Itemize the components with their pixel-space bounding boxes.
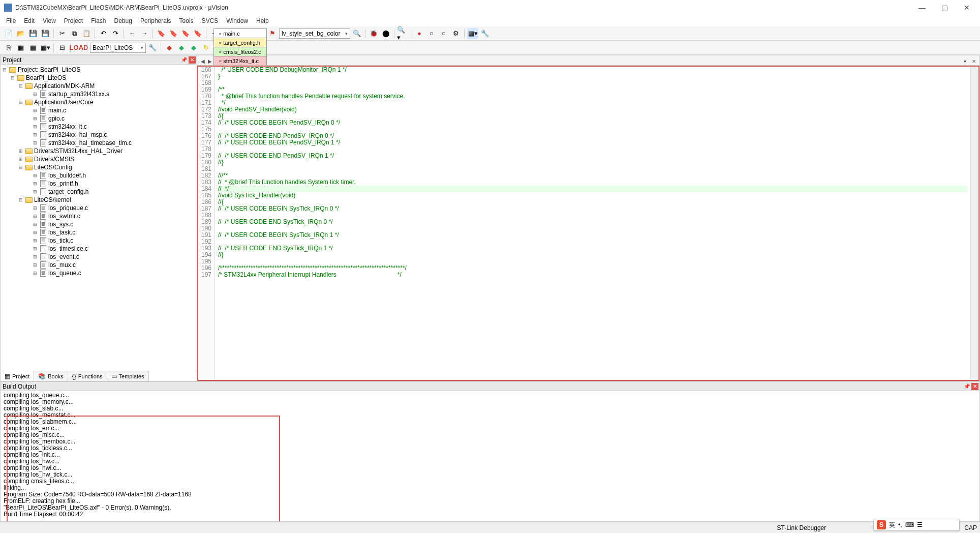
save-icon[interactable]: 💾 xyxy=(27,28,39,39)
group-node[interactable]: ⊟LiteOS/kernel xyxy=(2,196,196,204)
stop-icon[interactable]: ○ xyxy=(426,28,437,39)
bookmark-icon[interactable]: 🔖 xyxy=(156,28,167,39)
file-node[interactable]: ⊞target_config.h xyxy=(2,188,196,196)
file-node[interactable]: ⊞los_task.c xyxy=(2,228,196,236)
file-node[interactable]: ⊞stm32l4xx_it.c xyxy=(2,123,196,131)
target-select[interactable]: BearPi_LiteOS xyxy=(90,43,146,53)
pack-icon[interactable]: ↻ xyxy=(200,42,211,53)
config-icon[interactable]: 🔧 xyxy=(479,28,491,39)
file-node[interactable]: ⊞los_printf.h xyxy=(2,180,196,188)
code-editor[interactable]: 1661671681691701711721731741751761771781… xyxy=(197,66,979,381)
group-node[interactable]: ⊟LiteOS/Config xyxy=(2,163,196,171)
copy-icon[interactable]: ⧉ xyxy=(69,28,80,39)
menu-window[interactable]: Window xyxy=(222,16,252,25)
file-node[interactable]: ⊞los_builddef.h xyxy=(2,171,196,180)
file-node[interactable]: ⊞los_priqueue.c xyxy=(2,204,196,212)
editor-tab[interactable]: ▫stm32l4xx_it.c xyxy=(213,56,267,65)
paste-icon[interactable]: 📋 xyxy=(81,28,92,39)
pane-tab-books[interactable]: 📚Books xyxy=(34,371,68,381)
pane-close-icon[interactable]: ✕ xyxy=(189,56,196,64)
code-text[interactable]: /* USER CODE END DebugMonitor_IRQn 1 */}… xyxy=(215,67,970,380)
analyze-icon[interactable]: ⚙ xyxy=(450,28,462,39)
options-icon[interactable]: 🔧 xyxy=(147,42,158,53)
close-button[interactable]: ✕ xyxy=(958,2,976,14)
build-output-text[interactable]: compiling los_queue.c...compiling los_me… xyxy=(1,391,979,521)
bookmark-prev-icon[interactable]: 🔖 xyxy=(168,28,179,39)
tab-nav-right-icon[interactable]: ▶ xyxy=(206,57,213,65)
step-icon[interactable]: ○ xyxy=(438,28,449,39)
menu-project[interactable]: Project xyxy=(60,16,87,25)
editor-tab[interactable]: ▫main.c xyxy=(213,28,267,38)
new-icon[interactable]: 📄 xyxy=(3,28,14,39)
record-icon[interactable]: ● xyxy=(414,28,425,39)
tab-close-icon[interactable]: ✕ xyxy=(970,57,977,65)
maximize-button[interactable]: ▢ xyxy=(935,2,954,14)
file-node[interactable]: ⊞los_swtmr.c xyxy=(2,212,196,220)
manage-rte-icon[interactable]: ◆ xyxy=(188,42,199,53)
target-node[interactable]: ⊟BearPi_LiteOS xyxy=(2,74,196,82)
menu-view[interactable]: View xyxy=(39,16,60,25)
batch-build-icon[interactable]: ▦▾ xyxy=(40,42,51,53)
group-node[interactable]: ⊞Drivers/CMSIS xyxy=(2,155,196,163)
redo-icon[interactable]: ↷ xyxy=(110,28,121,39)
ime-lang[interactable]: 英 xyxy=(889,521,895,529)
undo-icon[interactable]: ↶ xyxy=(98,28,109,39)
file-node[interactable]: ⊞los_queue.c xyxy=(2,269,196,277)
pane-tab-project[interactable]: ▦Project xyxy=(1,371,34,381)
zoom-icon[interactable]: 🔍▾ xyxy=(397,28,408,39)
file-node[interactable]: ⊞los_tick.c xyxy=(2,236,196,245)
ime-menu-icon[interactable]: ☰ xyxy=(917,521,923,528)
bookmark-next-icon[interactable]: 🔖 xyxy=(180,28,191,39)
stop-build-icon[interactable]: ⊟ xyxy=(56,42,68,53)
editor-scrollbar[interactable] xyxy=(970,67,978,380)
nav-back-icon[interactable]: ← xyxy=(127,28,138,39)
build-icon[interactable]: ▦ xyxy=(15,42,26,53)
debug-icon[interactable]: 🐞 xyxy=(368,28,379,39)
nav-fwd-icon[interactable]: → xyxy=(139,28,150,39)
file-node[interactable]: ⊞gpio.c xyxy=(2,114,196,123)
editor-tab[interactable]: ▫cmsis_liteos2.c xyxy=(213,47,267,56)
menu-svcs[interactable]: SVCS xyxy=(198,16,223,25)
find-next-icon[interactable]: 🔍 xyxy=(351,28,362,39)
group-node[interactable]: ⊞Drivers/STM32L4xx_HAL_Driver xyxy=(2,147,196,155)
menu-edit[interactable]: Edit xyxy=(20,16,39,25)
menu-flash[interactable]: Flash xyxy=(87,16,110,25)
ime-toolbar[interactable]: S 英 •, ⌨ ☰ xyxy=(873,519,960,531)
pane-tab-templates[interactable]: ▭Templates xyxy=(107,371,149,381)
pin-icon[interactable]: 📌 xyxy=(963,383,970,390)
file-node[interactable]: ⊞stm32l4xx_hal_msp.c xyxy=(2,131,196,139)
translate-icon[interactable]: ⎘ xyxy=(3,42,14,53)
group-node[interactable]: ⊟Application/User/Core xyxy=(2,98,196,106)
breakpoint-icon[interactable]: ⬤ xyxy=(380,28,391,39)
find-input[interactable]: lv_style_set_bg_color xyxy=(279,28,350,39)
pane-close-icon[interactable]: ✕ xyxy=(971,383,978,390)
file-node[interactable]: ⊞main.c xyxy=(2,106,196,114)
pane-tab-functions[interactable]: {}Functions xyxy=(68,371,107,381)
rebuild-icon[interactable]: ▦ xyxy=(27,42,39,53)
group-node[interactable]: ⊟Application/MDK-ARM xyxy=(2,82,196,90)
minimize-button[interactable]: — xyxy=(913,2,931,14)
ime-keyboard-icon[interactable]: ⌨ xyxy=(905,521,914,528)
menu-peripherals[interactable]: Peripherals xyxy=(136,16,175,25)
save-all-icon[interactable]: 💾 xyxy=(40,28,51,39)
cut-icon[interactable]: ✂ xyxy=(56,28,68,39)
file-node[interactable]: ⊞stm32l4xx_hal_timebase_tim.c xyxy=(2,139,196,147)
bookmark-clear-icon[interactable]: 🔖 xyxy=(192,28,203,39)
file-node[interactable]: ⊞los_mux.c xyxy=(2,261,196,269)
find-icon[interactable]: ⚑ xyxy=(267,28,278,39)
window-layout-icon[interactable]: ▦▾ xyxy=(467,28,478,39)
tab-nav-left-icon[interactable]: ◀ xyxy=(199,57,206,65)
manage-env-icon[interactable]: ◆ xyxy=(164,42,175,53)
file-node[interactable]: ⊞startup_stm32l431xx.s xyxy=(2,90,196,98)
file-node[interactable]: ⊞los_sys.c xyxy=(2,220,196,228)
project-root[interactable]: ⊟Project: BearPi_LiteOS xyxy=(2,66,196,74)
menu-tools[interactable]: Tools xyxy=(175,16,198,25)
menu-debug[interactable]: Debug xyxy=(110,16,136,25)
file-node[interactable]: ⊞los_timeslice.c xyxy=(2,245,196,253)
project-tree[interactable]: ⊟Project: BearPi_LiteOS⊟BearPi_LiteOS⊟Ap… xyxy=(1,65,197,371)
pin-icon[interactable]: 📌 xyxy=(180,56,188,64)
file-node[interactable]: ⊞los_event.c xyxy=(2,253,196,261)
editor-tab[interactable]: ▫target_config.h xyxy=(213,38,267,47)
menu-help[interactable]: Help xyxy=(252,16,273,25)
menu-file[interactable]: File xyxy=(2,16,20,25)
